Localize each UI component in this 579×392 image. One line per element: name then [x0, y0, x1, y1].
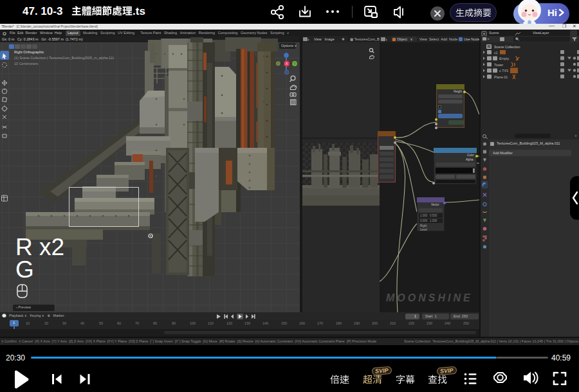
svg-text:Scene Collection: Scene Collection [494, 45, 520, 49]
svg-text:Plane.01: Plane.01 [494, 75, 508, 79]
svg-text:c1: c1 [494, 51, 498, 55]
svg-text:Empty: Empty [499, 57, 510, 60]
svg-text:Tower: Tower [494, 63, 504, 67]
svg-text:c.TX3: c.TX3 [499, 69, 508, 73]
